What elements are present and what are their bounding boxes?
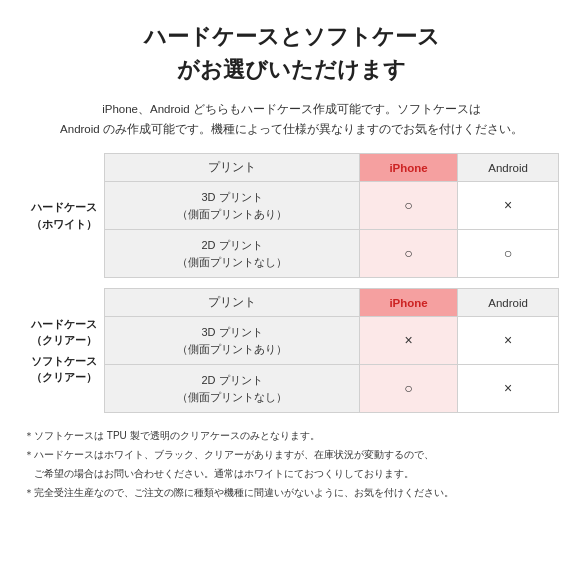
- table1-col-iphone: iPhone: [360, 154, 458, 182]
- table-row: 2D プリント（側面プリントなし） ○ ○: [105, 230, 559, 278]
- table2-col-android: Android: [458, 289, 559, 317]
- table2-row1-iphone: ×: [360, 317, 458, 365]
- table1-row2-label: 2D プリント（側面プリントなし）: [105, 230, 360, 278]
- table2-row2-label: 2D プリント（側面プリントなし）: [105, 365, 360, 413]
- page-title: ハードケースとソフトケース がお選びいただけます: [24, 20, 559, 86]
- table2-row2-android: ×: [458, 365, 559, 413]
- notes-section: ＊ソフトケースは TPU 製で透明のクリアケースのみとなります。 ＊ハードケース…: [24, 427, 559, 503]
- table1-row1-iphone: ○: [360, 182, 458, 230]
- table2-col-print: プリント: [105, 289, 360, 317]
- table1-col-print: プリント: [105, 154, 360, 182]
- table-row: 3D プリント（側面プリントあり） × ×: [105, 317, 559, 365]
- table1-section: ハードケース（ホワイト） プリント iPhone Android 3D プリント…: [24, 153, 559, 278]
- table1: プリント iPhone Android 3D プリント（側面プリントあり） ○ …: [104, 153, 559, 278]
- table2-row-header-soft: ソフトケース（クリアー）: [31, 353, 97, 386]
- table2-col-iphone: iPhone: [360, 289, 458, 317]
- table2-row1-label: 3D プリント（側面プリントあり）: [105, 317, 360, 365]
- note-2: ＊ハードケースはホワイト、ブラック、クリアーがありますが、在庫状況が変動するので…: [24, 446, 559, 464]
- note-3: ご希望の場合はお問い合わせください。通常はホワイトにておつくりしております。: [24, 465, 559, 483]
- table2-row-header-hard: ハードケース（クリアー）: [31, 316, 97, 349]
- table1-row1-android: ×: [458, 182, 559, 230]
- table-row: 3D プリント（側面プリントあり） ○ ×: [105, 182, 559, 230]
- page-container: ハードケースとソフトケース がお選びいただけます iPhone、Android …: [0, 0, 583, 583]
- table1-row2-android: ○: [458, 230, 559, 278]
- note-1: ＊ソフトケースは TPU 製で透明のクリアケースのみとなります。: [24, 427, 559, 445]
- subtitle-text: iPhone、Android どちらもハードケース作成可能です。ソフトケースは …: [24, 100, 559, 139]
- table1-row-header: ハードケース（ホワイト）: [24, 153, 104, 278]
- note-4: ＊完全受注生産なので、ご注文の際に種類や機種に間違いがないように、お気を付けくだ…: [24, 484, 559, 502]
- tables-wrapper: ハードケース（ホワイト） プリント iPhone Android 3D プリント…: [24, 153, 559, 413]
- table1-row1-label: 3D プリント（側面プリントあり）: [105, 182, 360, 230]
- table1-col-android: Android: [458, 154, 559, 182]
- table2-row2-iphone: ○: [360, 365, 458, 413]
- table2: プリント iPhone Android 3D プリント（側面プリントあり） × …: [104, 288, 559, 413]
- table2-row-header: ハードケース（クリアー） ソフトケース（クリアー）: [24, 288, 104, 413]
- table2-section: ハードケース（クリアー） ソフトケース（クリアー） プリント iPhone An…: [24, 288, 559, 413]
- table-row: 2D プリント（側面プリントなし） ○ ×: [105, 365, 559, 413]
- table2-row1-android: ×: [458, 317, 559, 365]
- table1-row2-iphone: ○: [360, 230, 458, 278]
